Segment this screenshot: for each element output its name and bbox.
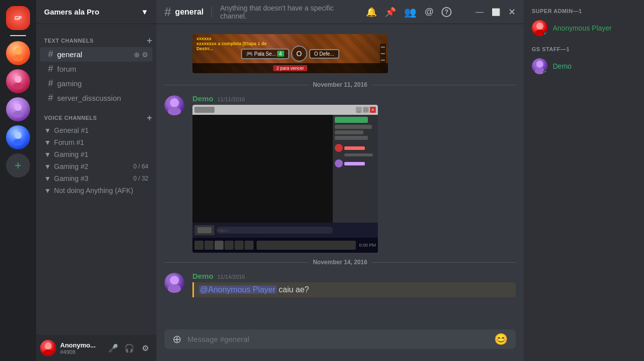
voice-channel-forum-1[interactable]: ▼ Forum #1 [40, 136, 152, 148]
svg-point-12 [170, 276, 179, 285]
mention-anonymous-player[interactable]: @Anonymous Player [199, 285, 277, 294]
notifications-icon[interactable]: 🔔 [366, 7, 377, 18]
svg-point-5 [13, 111, 23, 117]
minimize-button[interactable]: — [476, 8, 484, 17]
message-group-demo-2: Demo 11/14/2016 @Anonymous Player caiu a… [156, 270, 524, 299]
voice-channel-gaming-3[interactable]: ▼ Gaming #3 0 / 32 [40, 172, 152, 185]
server-icon-gamers[interactable]: GP [6, 6, 30, 30]
channel-name-general: general [57, 50, 82, 59]
add-text-channel-button[interactable]: + [147, 36, 152, 45]
super-admin-header: SUPER ADMIN—1 [528, 8, 640, 14]
add-server-button[interactable]: + [6, 153, 30, 177]
channel-item-forum[interactable]: # forum [40, 62, 152, 76]
invite-icon[interactable]: ⊕ [134, 51, 140, 59]
text-channels-section: TEXT CHANNELS + [36, 28, 156, 47]
pin-icon[interactable]: 📌 [385, 7, 396, 18]
user-settings-button[interactable]: ⚙ [138, 341, 152, 355]
channel-name-forum: forum [57, 65, 76, 73]
voice-channel-afk[interactable]: ▼ Not doing Anything (AFK) [40, 185, 152, 197]
member-avatar-anonymous [532, 20, 548, 36]
channel-header-name: general [175, 8, 203, 17]
channel-list: TEXT CHANNELS + # general ⊕ ⚙ # forum # … [36, 24, 156, 335]
message-content-demo-2: Demo 11/14/2016 @Anonymous Player caiu a… [192, 272, 516, 297]
attach-icon[interactable]: ⊕ [172, 333, 181, 346]
member-avatar-demo [532, 58, 548, 74]
help-icon[interactable]: ? [442, 7, 452, 17]
channel-hash-icon: # [48, 49, 53, 60]
voice-icon: ▼ [44, 187, 51, 195]
message-header-demo-1: Demo 11/11/2016 [192, 94, 516, 103]
messages-area[interactable]: xxxxxxxxxxxxxx a completa [Etapa 1 deDes… [156, 24, 524, 329]
add-voice-channel-button[interactable]: + [147, 113, 152, 122]
svg-point-7 [13, 139, 23, 145]
server-icon-2[interactable] [6, 69, 30, 93]
message-author-demo-2[interactable]: Demo [192, 272, 213, 280]
message-author-demo-1[interactable]: Demo [192, 94, 213, 103]
svg-point-11 [168, 107, 181, 115]
svg-point-8 [45, 342, 52, 349]
current-user-discriminator: #4908 [60, 349, 102, 355]
members-sidebar: SUPER ADMIN—1 Anonymous Player GS STAFF—… [524, 0, 644, 361]
mute-button[interactable]: 🎤 [106, 341, 120, 355]
main-content: # general Anything that doesn't have a s… [156, 0, 524, 361]
channel-header-description: Anything that doesn't have a specific ch… [220, 4, 362, 20]
server-header[interactable]: Gamers ala Pro ▼ [36, 0, 156, 24]
channel-header-actions: 🔔 📌 👥 @ ? — ⬜ ✕ [366, 6, 516, 18]
svg-point-13 [168, 284, 181, 293]
voice-channel-count: 0 / 32 [133, 175, 148, 182]
message-input[interactable] [187, 329, 488, 349]
voice-channel-name: Forum #1 [54, 138, 84, 146]
message-header-demo-2: Demo 11/14/2016 [192, 272, 516, 280]
avatar-spacer [164, 34, 184, 73]
channel-item-gaming[interactable]: # gaming [40, 76, 152, 91]
divider-line [164, 262, 309, 263]
svg-point-1 [13, 55, 23, 61]
server-icon-4[interactable] [6, 125, 30, 149]
channel-hash-icon: # [48, 64, 53, 74]
header-divider [211, 6, 212, 18]
mention-icon[interactable]: @ [424, 7, 434, 17]
settings-icon[interactable]: ⚙ [142, 51, 148, 59]
game-image-embed: xxxxxxxxxxxxxx a completa [Etapa 1 deDes… [192, 34, 388, 73]
voice-channel-gaming-2[interactable]: ▼ Gaming #2 0 / 64 [40, 160, 152, 172]
svg-point-4 [15, 104, 22, 111]
deafen-button[interactable]: 🎧 [122, 341, 136, 355]
channel-name-gaming: gaming [57, 79, 82, 88]
message-timestamp-demo-2: 11/14/2016 [218, 274, 245, 280]
divider-line [371, 85, 516, 85]
member-item-anonymous[interactable]: Anonymous Player [528, 18, 640, 38]
text-channels-label: TEXT CHANNELS [44, 38, 94, 44]
voice-channel-name: Gaming #2 [54, 162, 88, 170]
current-user-info: Anonymo... #4908 [60, 341, 102, 355]
svg-point-3 [13, 83, 23, 89]
user-controls: 🎤 🎧 ⚙ [106, 341, 152, 355]
member-name-demo: Demo [553, 62, 571, 70]
emoji-icon[interactable]: 😊 [494, 333, 508, 346]
user-panel: Anonymo... #4908 🎤 🎧 ⚙ [36, 335, 156, 361]
channel-item-server-discussion[interactable]: # server_disscussion [40, 91, 152, 105]
divider-line [371, 262, 516, 263]
voice-channel-name: Not doing Anything (AFK) [54, 187, 133, 195]
member-item-demo[interactable]: Demo [528, 56, 640, 76]
message-input-area: ⊕ 😊 [156, 329, 524, 361]
date-text-nov11: November 11, 2016 [313, 81, 367, 88]
voice-channels-section: VOICE CHANNELS + [36, 105, 156, 124]
maximize-button[interactable]: ⬜ [492, 8, 500, 16]
message-text-after-mention: caiu ae? [277, 285, 309, 294]
voice-icon: ▼ [44, 150, 51, 158]
screenshot-embed: _ □ × [192, 105, 378, 253]
voice-icon: ▼ [44, 126, 51, 134]
channel-item-general[interactable]: # general ⊕ ⚙ [40, 47, 152, 62]
channel-name-server-discussion: server_disscussion [57, 94, 121, 102]
voice-channel-gaming-1[interactable]: ▼ Gaming #1 [40, 148, 152, 160]
voice-icon: ▼ [44, 162, 51, 170]
server-icon-3[interactable] [6, 97, 30, 121]
message-group-game-image: xxxxxxxxxxxxxx a completa [Etapa 1 deDes… [156, 32, 524, 77]
channel-sidebar: Gamers ala Pro ▼ TEXT CHANNELS + # gener… [36, 0, 156, 361]
members-icon[interactable]: 👥 [404, 6, 416, 18]
voice-channel-general-1[interactable]: ▼ General #1 [40, 124, 152, 136]
voice-channel-name: General #1 [54, 126, 89, 134]
server-icon-1[interactable] [6, 41, 30, 65]
message-group-demo-1: Demo 11/11/2016 _ □ × [156, 92, 524, 255]
close-button[interactable]: ✕ [508, 7, 516, 18]
